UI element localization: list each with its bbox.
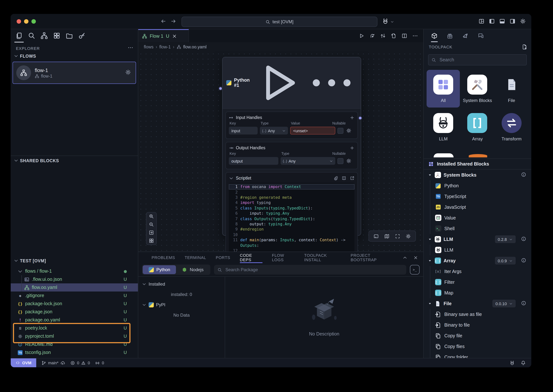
- breadcrumb-item[interactable]: flow-1: [159, 44, 170, 49]
- toggle-bottom-panel-icon[interactable]: [499, 18, 505, 24]
- extensions-gift-icon[interactable]: [447, 32, 453, 39]
- block-group-system-blocks[interactable]: System Blocks: [424, 170, 531, 180]
- block-group-array[interactable]: [ ]Array0.0.9: [424, 255, 531, 266]
- console-icon[interactable]: [373, 233, 379, 239]
- block-copy-folder[interactable]: Copy folder: [430, 352, 531, 358]
- code-line[interactable]: 12: [229, 248, 354, 252]
- test-section-header[interactable]: TEST [OVM]: [14, 258, 46, 263]
- more-actions-icon[interactable]: [412, 33, 418, 39]
- flow-canvas[interactable]: Python #1 Input Handles Key: [138, 51, 423, 252]
- new-toolpack-icon[interactable]: [522, 44, 527, 50]
- output-nullable-checkbox[interactable]: [338, 158, 343, 164]
- close-tab-icon[interactable]: [172, 34, 177, 39]
- panel-tab-toolpack-install[interactable]: TOOLPACK INSTALL: [304, 252, 341, 263]
- toolpack-category-llm[interactable]: LLM: [426, 108, 460, 146]
- file-README.md[interactable]: README.mdU: [11, 340, 138, 348]
- toolpack-search-input[interactable]: [439, 57, 524, 63]
- output-type-select[interactable]: {..} Any: [281, 157, 335, 165]
- code-line[interactable]: 1from oocana import Context: [229, 184, 354, 189]
- package-search-input[interactable]: [225, 267, 403, 273]
- code-line[interactable]: 6 input: typing.Any: [229, 211, 354, 216]
- canvas-settings-icon[interactable]: [405, 233, 411, 239]
- close-panel-icon[interactable]: [413, 255, 418, 260]
- maximize-window-button[interactable]: [31, 19, 36, 24]
- command-center-search[interactable]: test [OVM]: [182, 17, 377, 27]
- file-tsconfig.json[interactable]: TStsconfig.jsonU: [11, 348, 138, 357]
- folder-flows-flow-1[interactable]: flows / flow-1: [11, 267, 138, 275]
- assistant-rabbit-icon[interactable]: [382, 18, 389, 25]
- zoom-out-icon[interactable]: [149, 222, 154, 227]
- code-line[interactable]: 7class Outputs(typing.TypedDict):: [229, 216, 354, 221]
- assistant-rabbit-icon[interactable]: [509, 360, 515, 366]
- info-icon[interactable]: [521, 236, 526, 242]
- customize-layout-icon[interactable]: [478, 18, 485, 24]
- blocks-activity-icon[interactable]: [53, 32, 61, 40]
- toolpack-category-system-blocks[interactable]: System Blocks: [461, 70, 494, 107]
- layout-grid-icon[interactable]: [149, 238, 154, 244]
- node-header[interactable]: Python #1: [223, 57, 361, 109]
- block-copy-file[interactable]: Copy file: [430, 330, 531, 341]
- run-flow-icon[interactable]: [359, 33, 364, 39]
- pypi-section[interactable]: PyPI: [138, 300, 225, 310]
- docs-icon[interactable]: [341, 176, 346, 181]
- file-.flow.ui.oo.json[interactable]: .flow.ui.oo.jsonU: [11, 275, 138, 283]
- minimap-icon[interactable]: [384, 233, 390, 239]
- block-group-file[interactable]: File0.0.10: [424, 298, 531, 309]
- block-python[interactable]: Python: [430, 180, 531, 191]
- package-search[interactable]: [214, 265, 406, 274]
- tab-flow-1[interactable]: Flow 1 U: [138, 29, 189, 42]
- code-line[interactable]: 3#region generated meta: [229, 195, 354, 200]
- block-group-llm[interactable]: LLM0.2.8: [424, 234, 531, 245]
- maximize-panel-icon[interactable]: [403, 255, 407, 260]
- file-flow.oo.yaml[interactable]: flow.oo.yamlU: [11, 283, 138, 292]
- toolpack-category-file[interactable]: File: [495, 70, 528, 107]
- folder-activity-icon[interactable]: [65, 32, 73, 40]
- file-package.json[interactable]: {}package.jsonU: [11, 308, 138, 316]
- file-package-lock.json[interactable]: {}package-lock.jsonU: [11, 300, 138, 308]
- block-filter[interactable]: [ ]Filter: [430, 277, 531, 287]
- installed-section[interactable]: Installed: [138, 279, 225, 289]
- notifications-bell-icon[interactable]: [520, 360, 526, 366]
- toolpack-category-transform[interactable]: Transform: [495, 108, 528, 146]
- block-javascript[interactable]: JSJavaScript: [430, 202, 531, 212]
- code-editor[interactable]: 1from oocana import Context23#region gen…: [229, 183, 354, 252]
- block-copy-flies[interactable]: Copy flies: [430, 341, 531, 352]
- file-pyproject.toml[interactable]: pyproject.tomlU: [11, 332, 138, 340]
- fullscreen-icon[interactable]: [395, 233, 400, 239]
- flows-activity-icon[interactable]: [40, 32, 48, 40]
- search-activity-icon[interactable]: [28, 32, 35, 40]
- broadcast-status[interactable]: 0: [95, 360, 104, 365]
- block-iter-args[interactable]: [x]Iter Args: [430, 266, 531, 277]
- toggle-right-sidebar-icon[interactable]: [509, 18, 516, 24]
- info-icon[interactable]: [521, 300, 526, 306]
- explorer-files-icon[interactable]: [15, 32, 23, 40]
- close-window-button[interactable]: [17, 19, 21, 24]
- info-icon[interactable]: [521, 172, 526, 177]
- file-poetry.lock[interactable]: ≡poetry.lockU: [11, 324, 138, 332]
- panel-tab-flow-logs[interactable]: FLOW LOGS: [272, 252, 295, 263]
- explorer-more-icon[interactable]: [128, 45, 134, 51]
- input-type-select[interactable]: {..} Any: [260, 127, 288, 135]
- forward-icon[interactable]: [170, 18, 177, 24]
- export-file-icon[interactable]: [391, 33, 397, 39]
- attach-icon[interactable]: [333, 176, 338, 181]
- code-line[interactable]: 9#endregion: [229, 227, 354, 232]
- add-output-handle-icon[interactable]: [350, 146, 354, 150]
- toolpack-category-all[interactable]: All: [426, 70, 460, 107]
- panel-tab-terminal[interactable]: TERMINAL: [185, 252, 206, 263]
- remote-indicator[interactable]: OVM: [11, 358, 36, 367]
- code-line[interactable]: 2: [229, 189, 354, 195]
- output-gear-icon[interactable]: [346, 158, 352, 164]
- block-binary-to-file[interactable]: Binary to file: [430, 320, 531, 330]
- run-node-icon[interactable]: [252, 57, 304, 108]
- split-editor-icon[interactable]: [401, 33, 407, 39]
- settings-gear-icon[interactable]: [520, 18, 526, 24]
- block-map[interactable]: [ ]Map: [430, 287, 531, 298]
- panel-tab-ports[interactable]: PORTS: [216, 252, 230, 263]
- code-line[interactable]: Outputs:: [229, 243, 354, 248]
- code-line[interactable]: 10: [229, 232, 354, 237]
- output-connection-dot[interactable]: [358, 116, 362, 120]
- runtime-nodejs[interactable]: Nodejs: [176, 265, 210, 274]
- compare-changes-icon[interactable]: [380, 33, 386, 39]
- code-line[interactable]: 8 output: typing.Any: [229, 221, 354, 227]
